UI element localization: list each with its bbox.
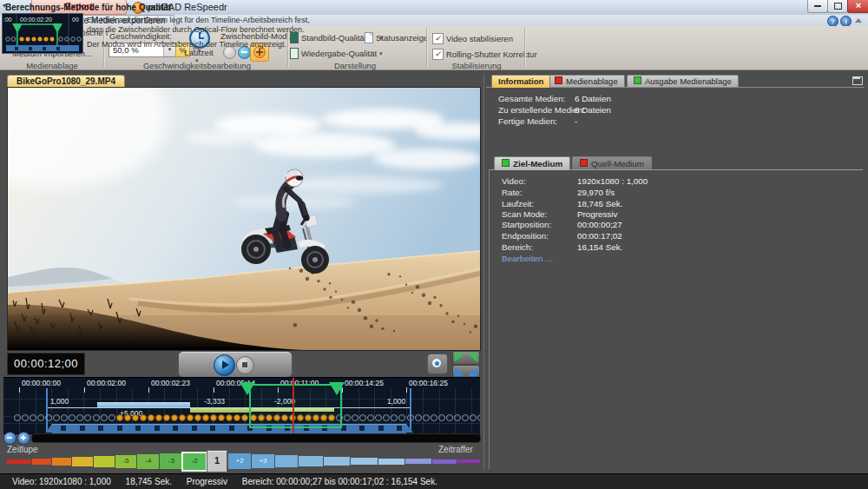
- speed-factor-segment[interactable]: [432, 459, 457, 464]
- speed-factor-label: +2: [228, 457, 251, 465]
- keyframe-dot: [241, 414, 248, 421]
- svg-text:00: 00: [72, 17, 79, 23]
- tooltip-title: Berechnungs-Methode für hohe Qualität: [5, 3, 171, 12]
- tab-label: Quell-Medium: [591, 159, 644, 169]
- speed-factor--5[interactable]: -5: [115, 455, 137, 468]
- keyframe-dot: [470, 414, 477, 421]
- minus-icon: [7, 437, 12, 439]
- video-preview: [7, 87, 481, 351]
- speed-factor--2[interactable]: -2: [183, 453, 206, 470]
- speed-factor--3[interactable]: -3: [160, 453, 182, 469]
- group-label-stabilize: Stabilisierung: [429, 61, 524, 70]
- speedup-segment-bar[interactable]: [97, 402, 190, 407]
- stop-icon: [242, 362, 247, 367]
- clip-file-tab[interactable]: BikeGoPro1080_29.MP4: [7, 75, 125, 88]
- speed-factor-segment[interactable]: [275, 455, 298, 467]
- tab-output-media-bin[interactable]: Ausgabe Medienablage: [627, 75, 739, 88]
- minimize-button[interactable]: [807, 0, 828, 13]
- minimize-icon: [814, 5, 821, 7]
- speed-factor-segment[interactable]: [351, 458, 378, 465]
- speed-factor-segment[interactable]: [94, 456, 115, 467]
- panel-splitter[interactable]: [483, 75, 484, 469]
- window-icon: [853, 77, 860, 79]
- slowdown-segment-bar[interactable]: [190, 408, 252, 413]
- band-mark: [61, 426, 66, 431]
- keyframe-dot: [132, 414, 139, 421]
- keyframe-dot: [431, 414, 437, 421]
- speed-factor-segment[interactable]: [7, 459, 31, 464]
- application-window: ▾ Export proDAD ReSpeedr × Start Optimie…: [0, 0, 868, 489]
- keyframe-dot: [367, 414, 374, 421]
- keyframe-dot: [218, 414, 225, 421]
- band-mark: [98, 426, 103, 431]
- stop-button[interactable]: [236, 356, 254, 374]
- speed-factor-+2[interactable]: +2: [228, 453, 251, 469]
- checkbox-checked-icon: ✓: [432, 33, 444, 44]
- maximize-button[interactable]: [827, 0, 848, 13]
- timeline-zoom-in-button[interactable]: [17, 432, 30, 445]
- band-mark: [135, 426, 141, 431]
- speed-factor-label: -3: [160, 457, 182, 465]
- tab-source-medium[interactable]: Quell-Medium: [572, 156, 652, 170]
- speed-factor-segment[interactable]: [299, 456, 323, 466]
- speed-factor-segment[interactable]: [52, 458, 71, 466]
- band-mark: [359, 426, 365, 431]
- workarea-end-marker[interactable]: [329, 382, 345, 395]
- svg-text::00: :00: [3, 17, 12, 23]
- info-value: -: [575, 116, 577, 126]
- speed-factor--4[interactable]: -4: [137, 454, 159, 469]
- status-scanmode: Progressiv: [187, 477, 227, 486]
- timeline-scrollbar[interactable]: [31, 433, 481, 443]
- preview-photo: [8, 88, 480, 350]
- speed-factor-label: +3: [252, 457, 274, 465]
- collapse-ribbon-icon[interactable]: [855, 18, 862, 23]
- clip-band[interactable]: [45, 424, 413, 433]
- speed-factor-segment[interactable]: [324, 457, 350, 466]
- field-value: 1920x1080 : 1,000: [577, 176, 648, 186]
- keyframe-dot: [477, 414, 480, 421]
- keyframe-dot: [101, 414, 108, 421]
- workarea-start-marker[interactable]: [240, 382, 255, 395]
- speed-factor-segment[interactable]: [72, 457, 93, 466]
- tab-media-bin[interactable]: Medienablage: [548, 75, 625, 88]
- tooltip-body: Der Modus wird im Arbeitsbereich der Tim…: [87, 40, 286, 49]
- info-value: 6 Dateien: [575, 105, 611, 115]
- grid-line: [19, 388, 20, 433]
- band-mark: [397, 426, 402, 431]
- keyframe-dot: [37, 414, 44, 421]
- field-value: 29,970 f/s: [577, 188, 615, 197]
- grid-line: [423, 388, 424, 433]
- keyframe-dot: [462, 414, 469, 421]
- speed-factor-segment[interactable]: [405, 459, 431, 464]
- panel-collapse-button[interactable]: [852, 76, 863, 85]
- speed-factor-segment[interactable]: [32, 459, 51, 465]
- speed-factor-+3[interactable]: +3: [252, 454, 274, 468]
- still-quality-label: Standbild-Qualität: [301, 33, 367, 43]
- info-row: Fertige Medien: -: [498, 116, 557, 127]
- speed-factor-segment[interactable]: [457, 459, 480, 463]
- speed-factor-segment[interactable]: [378, 459, 404, 465]
- info-label: Fertige Medien:: [498, 116, 557, 126]
- speed-factor-1[interactable]: 1: [207, 450, 227, 472]
- timeline-zoom-out-button[interactable]: [3, 432, 16, 445]
- keyframe-dot: [226, 414, 233, 421]
- close-button[interactable]: ×: [847, 0, 868, 13]
- red-square-icon: [580, 159, 588, 167]
- tab-target-medium[interactable]: Ziel-Medium: [494, 156, 570, 170]
- keyframe-dot: [210, 414, 217, 421]
- tab-information[interactable]: Information: [491, 75, 550, 88]
- play-button[interactable]: [214, 354, 235, 376]
- maximize-icon: [834, 3, 842, 10]
- playhead[interactable]: [293, 378, 294, 433]
- minus-icon: [241, 51, 247, 53]
- timeline[interactable]: 00:00:00:0000:00:02:0000:00:02:2300:00:0…: [3, 377, 480, 434]
- keyframe-dot: [415, 414, 422, 421]
- edit-link[interactable]: Bearbeiten ...: [502, 254, 552, 263]
- keyframe-dot: [69, 414, 76, 421]
- work-area-region[interactable]: [249, 384, 342, 428]
- keyframe-dot: [163, 414, 170, 421]
- group-label-speed: Geschwindigkeitsbearbeitung: [106, 61, 288, 70]
- marker-set-button[interactable]: [427, 354, 448, 374]
- keyframe-dot: [14, 414, 21, 421]
- set-workarea-button[interactable]: [452, 351, 480, 365]
